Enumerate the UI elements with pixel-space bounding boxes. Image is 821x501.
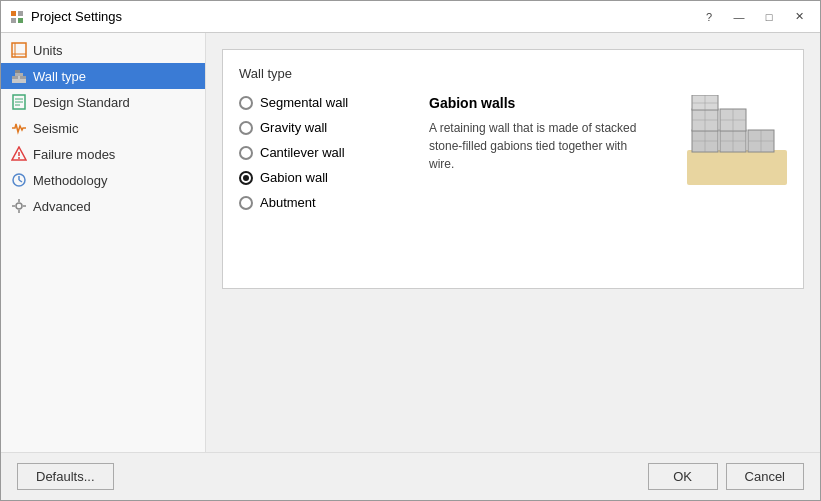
window-title: Project Settings <box>31 9 122 24</box>
radio-circle-cantilever <box>239 146 253 160</box>
help-button[interactable]: ? <box>696 7 722 27</box>
radio-circle-gabion <box>239 171 253 185</box>
radio-label-gabion: Gabion wall <box>260 170 328 185</box>
svg-rect-11 <box>15 70 20 73</box>
methodology-icon <box>11 172 27 188</box>
title-bar-left: Project Settings <box>9 9 122 25</box>
svg-rect-1 <box>18 11 23 16</box>
advanced-icon <box>11 198 27 214</box>
main-content: Units Wall type <box>1 33 820 452</box>
svg-rect-9 <box>20 76 26 79</box>
radio-abutment[interactable]: Abutment <box>239 195 399 210</box>
sidebar-label-advanced: Advanced <box>33 199 91 214</box>
sidebar-label-design-standard: Design Standard <box>33 95 130 110</box>
seismic-icon <box>11 120 27 136</box>
sidebar-item-seismic[interactable]: Seismic <box>1 115 205 141</box>
radio-label-abutment: Abutment <box>260 195 316 210</box>
defaults-button[interactable]: Defaults... <box>17 463 114 490</box>
radio-circle-abutment <box>239 196 253 210</box>
sidebar-label-seismic: Seismic <box>33 121 79 136</box>
cancel-button[interactable]: Cancel <box>726 463 804 490</box>
project-settings-window: Project Settings ? — □ ✕ Units <box>0 0 821 501</box>
svg-rect-4 <box>12 43 26 57</box>
sidebar-item-methodology[interactable]: Methodology <box>1 167 205 193</box>
radio-circle-segmental <box>239 96 253 110</box>
footer: Defaults... OK Cancel <box>1 452 820 500</box>
footer-left: Defaults... <box>17 463 114 490</box>
maximize-button[interactable]: □ <box>756 7 782 27</box>
sidebar-label-wall-type: Wall type <box>33 69 86 84</box>
sidebar-item-advanced[interactable]: Advanced <box>1 193 205 219</box>
svg-rect-2 <box>11 18 16 23</box>
panel-content: Segmental wall Gravity wall Cantilever w… <box>239 95 787 210</box>
app-icon <box>9 9 25 25</box>
sidebar-label-units: Units <box>33 43 63 58</box>
panel-title: Wall type <box>239 66 787 81</box>
footer-right: OK Cancel <box>648 463 804 490</box>
sidebar-item-wall-type[interactable]: Wall type <box>1 63 205 89</box>
wall-type-panel: Wall type Segmental wall Gravity wall <box>222 49 804 289</box>
gabion-illustration <box>687 95 787 185</box>
failure-modes-icon <box>11 146 27 162</box>
svg-rect-8 <box>12 76 18 79</box>
info-area: Gabion walls A retaining wall that is ma… <box>419 95 657 210</box>
units-icon <box>11 42 27 58</box>
info-description: A retaining wall that is made of stacked… <box>429 119 649 173</box>
radio-segmental-wall[interactable]: Segmental wall <box>239 95 399 110</box>
svg-rect-3 <box>18 18 23 23</box>
close-button[interactable]: ✕ <box>786 7 812 27</box>
sidebar: Units Wall type <box>1 33 206 452</box>
radio-circle-gravity <box>239 121 253 135</box>
wall-type-icon <box>11 68 27 84</box>
design-standard-icon <box>11 94 27 110</box>
svg-rect-0 <box>11 11 16 16</box>
radio-label-cantilever: Cantilever wall <box>260 145 345 160</box>
wall-type-radio-list: Segmental wall Gravity wall Cantilever w… <box>239 95 399 210</box>
svg-line-21 <box>19 180 22 182</box>
main-panel: Wall type Segmental wall Gravity wall <box>206 33 820 452</box>
info-title: Gabion walls <box>429 95 657 111</box>
radio-label-gravity: Gravity wall <box>260 120 327 135</box>
ok-button[interactable]: OK <box>648 463 718 490</box>
sidebar-item-units[interactable]: Units <box>1 37 205 63</box>
radio-gabion-wall[interactable]: Gabion wall <box>239 170 399 185</box>
svg-point-18 <box>18 157 20 159</box>
sidebar-item-design-standard[interactable]: Design Standard <box>1 89 205 115</box>
svg-point-22 <box>16 203 22 209</box>
title-bar: Project Settings ? — □ ✕ <box>1 1 820 33</box>
radio-cantilever-wall[interactable]: Cantilever wall <box>239 145 399 160</box>
svg-rect-27 <box>687 150 787 185</box>
sidebar-label-failure-modes: Failure modes <box>33 147 115 162</box>
sidebar-label-methodology: Methodology <box>33 173 107 188</box>
title-bar-controls: ? — □ ✕ <box>696 7 812 27</box>
minimize-button[interactable]: — <box>726 7 752 27</box>
svg-rect-10 <box>15 73 23 76</box>
radio-label-segmental: Segmental wall <box>260 95 348 110</box>
sidebar-item-failure-modes[interactable]: Failure modes <box>1 141 205 167</box>
radio-gravity-wall[interactable]: Gravity wall <box>239 120 399 135</box>
